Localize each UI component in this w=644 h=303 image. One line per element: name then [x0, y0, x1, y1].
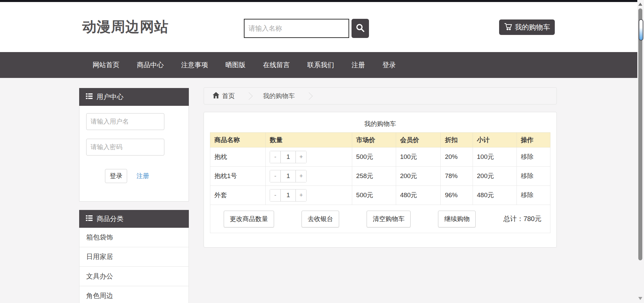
- register-link[interactable]: 注册: [137, 172, 149, 180]
- nav-item-login[interactable]: 登录: [382, 60, 396, 70]
- user-center-widget: 用户中心 登录 注册: [79, 88, 189, 202]
- search-icon: [356, 23, 365, 34]
- col-subtotal: 小计: [473, 133, 517, 147]
- qty-increase-button[interactable]: +: [296, 151, 306, 163]
- nav-item-home[interactable]: 网站首页: [93, 60, 119, 70]
- categories-title: 商品分类: [97, 214, 123, 223]
- member-price: 100元: [396, 147, 441, 167]
- discount: 96%: [441, 186, 473, 205]
- cart-total-value: 780元: [524, 215, 541, 222]
- qty-decrease-button[interactable]: -: [270, 170, 280, 182]
- subtotal: 480元: [473, 186, 517, 205]
- quantity-stepper: - 1 +: [270, 170, 307, 182]
- qty-value[interactable]: 1: [280, 151, 296, 163]
- quantity-stepper: - 1 +: [270, 189, 307, 202]
- cart-total: 总计：780元: [503, 214, 541, 223]
- col-discount: 折扣: [441, 133, 473, 147]
- login-button[interactable]: 登录: [105, 169, 127, 183]
- category-item-stationery[interactable]: 文具办公: [79, 267, 189, 286]
- main-nav: 网站首页 商品中心 注意事项 晒图版 在线留言 联系我们 注册 登录: [0, 52, 637, 78]
- nav-item-products[interactable]: 商品中心: [137, 60, 164, 70]
- search-bar: [244, 19, 369, 38]
- site-logo: 动漫周边网站: [82, 17, 169, 36]
- col-product-name: 商品名称: [210, 133, 266, 147]
- qty-decrease-button[interactable]: -: [270, 151, 280, 163]
- site-header: 动漫周边网站 我的购物车: [0, 2, 637, 52]
- subtotal: 200元: [473, 167, 517, 186]
- scrollbar-track[interactable]: [638, 8, 642, 260]
- cart-row: 抱枕 - 1 + 500元 100元 20% 100元 移除: [210, 147, 550, 167]
- member-price: 200元: [396, 167, 441, 186]
- cart-total-label: 总计：: [503, 215, 524, 222]
- col-market-price: 市场价: [352, 133, 396, 147]
- nav-item-notes[interactable]: 注意事项: [181, 60, 208, 70]
- market-price: 500元: [352, 186, 396, 205]
- user-center-header: 用户中心: [79, 88, 189, 106]
- checkout-button[interactable]: 去收银台: [302, 211, 339, 227]
- update-quantity-button[interactable]: 更改商品数量: [224, 211, 274, 227]
- qty-increase-button[interactable]: +: [296, 170, 306, 182]
- categories-header: 商品分类: [79, 210, 189, 228]
- nav-item-photos[interactable]: 晒图版: [225, 60, 246, 70]
- market-price: 500元: [352, 147, 396, 167]
- product-name: 外套: [210, 186, 266, 205]
- qty-decrease-button[interactable]: -: [270, 189, 280, 201]
- home-icon: [213, 92, 219, 100]
- breadcrumb-home-label: 首页: [222, 92, 235, 100]
- list-icon: [86, 215, 93, 223]
- scrollbar-thumb[interactable]: [639, 19, 643, 41]
- remove-link[interactable]: 移除: [521, 153, 534, 160]
- cart-actions: 更改商品数量 去收银台 清空购物车 继续购物 总计：780元: [224, 211, 541, 227]
- empty-cart-button[interactable]: 清空购物车: [367, 211, 411, 227]
- nav-item-messages[interactable]: 在线留言: [263, 60, 290, 70]
- search-input[interactable]: [244, 19, 349, 38]
- scrollbar-down-arrow[interactable]: [638, 297, 642, 300]
- member-price: 480元: [396, 186, 441, 205]
- cart-row: 抱枕1号 - 1 + 258元 200元 78% 200元 移除: [210, 167, 550, 186]
- product-name: 抱枕1号: [210, 167, 266, 186]
- cart-title: 我的购物车: [210, 120, 550, 128]
- qty-increase-button[interactable]: +: [296, 189, 306, 201]
- cart-icon: [504, 23, 513, 32]
- discount: 20%: [441, 147, 473, 167]
- search-button[interactable]: [352, 19, 369, 38]
- col-actions: 操作: [517, 133, 550, 147]
- scrollbar-up-arrow[interactable]: [638, 3, 642, 6]
- quantity-stepper: - 1 +: [270, 151, 307, 163]
- page: 动漫周边网站 我的购物车: [0, 0, 644, 303]
- qty-value[interactable]: 1: [280, 170, 296, 182]
- my-cart-button[interactable]: 我的购物车: [499, 19, 555, 35]
- chevron-right-icon: [305, 92, 313, 100]
- content-area: 用户中心 登录 注册 商品: [0, 78, 637, 303]
- breadcrumb-current: 我的购物车: [263, 92, 295, 100]
- user-center-body: 登录 注册: [79, 106, 189, 202]
- remove-link[interactable]: 移除: [521, 172, 534, 179]
- cart-footer-row: 更改商品数量 去收银台 清空购物车 继续购物 总计：780元: [210, 205, 550, 233]
- continue-shopping-button[interactable]: 继续购物: [438, 211, 476, 227]
- quantity-cell: - 1 +: [266, 186, 352, 205]
- categories-widget: 商品分类 箱包袋饰 日用家居 文具办公 角色周边: [79, 210, 189, 303]
- qty-value[interactable]: 1: [280, 189, 296, 201]
- my-cart-label: 我的购物车: [515, 23, 550, 32]
- breadcrumb: 首页 我的购物车: [204, 87, 557, 104]
- cart-table: 商品名称 数量 市场价 会员价 折扣 小计 操作 抱枕 -: [210, 132, 550, 233]
- product-name: 抱枕: [210, 147, 266, 167]
- nav-item-register[interactable]: 注册: [352, 60, 365, 70]
- quantity-cell: - 1 +: [266, 147, 352, 167]
- col-member-price: 会员价: [396, 133, 441, 147]
- category-item-home[interactable]: 日用家居: [79, 247, 189, 267]
- cart-header-row: 商品名称 数量 市场价 会员价 折扣 小计 操作: [210, 133, 550, 147]
- market-price: 258元: [352, 167, 396, 186]
- cart-row: 外套 - 1 + 500元 480元 96% 480元 移除: [210, 186, 550, 205]
- password-field[interactable]: [86, 139, 164, 156]
- category-item-character[interactable]: 角色周边: [79, 286, 189, 303]
- category-item-bags[interactable]: 箱包袋饰: [79, 228, 189, 247]
- username-field[interactable]: [86, 113, 164, 130]
- quantity-cell: - 1 +: [266, 167, 352, 186]
- chevron-right-icon: [245, 92, 253, 100]
- subtotal: 100元: [473, 147, 517, 167]
- breadcrumb-home[interactable]: 首页: [213, 92, 235, 100]
- nav-item-contact[interactable]: 联系我们: [307, 60, 334, 70]
- login-row: 登录 注册: [86, 169, 182, 183]
- remove-link[interactable]: 移除: [521, 191, 534, 199]
